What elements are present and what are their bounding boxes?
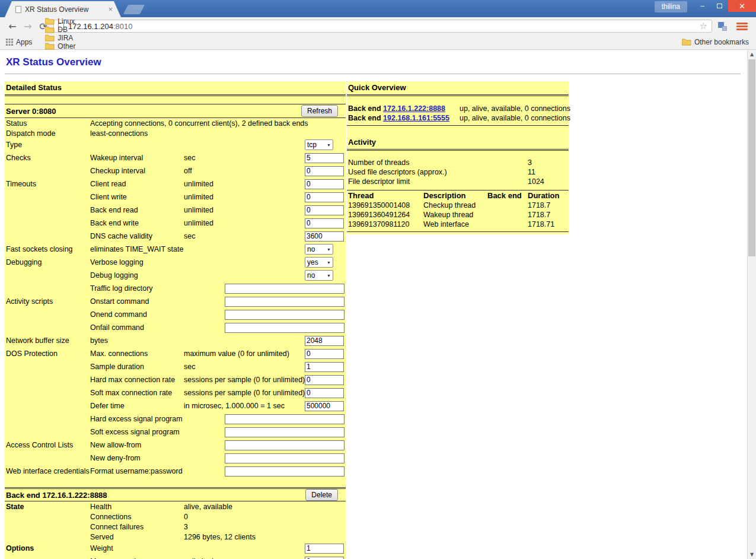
minimize-button[interactable]: – [694,0,711,12]
debug-logging-select[interactable]: no▼ [305,270,333,281]
max-connections-input[interactable] [305,349,344,359]
back-button[interactable]: ← [5,21,20,32]
table-row: Soft excess signal program [5,425,346,439]
type-select[interactable]: tcp▼ [305,139,333,150]
row-field-cell [184,453,346,463]
table-row: TimeoutsClient readunlimited [5,177,346,190]
table-row: OptionsWeight [5,542,346,555]
table-row: Traffic log directory [5,282,346,295]
new-tab-button[interactable] [123,5,145,14]
table-row: Web interface credentialsFormat username… [5,465,346,478]
eliminates-time-wait-state-select[interactable]: no▼ [305,244,333,255]
stat-label: Number of threads [348,158,528,167]
row-label: Connections [90,513,184,521]
row-field-cell [184,284,346,294]
weight-input[interactable] [305,544,344,554]
bookmark-folder-linux[interactable]: Linux [45,17,126,26]
stat-label: Used file descriptors (approx.) [348,168,528,176]
defer-time-input[interactable] [305,401,344,411]
row-field-cell [305,192,346,202]
onstart-command-input[interactable] [225,297,344,307]
row-text: least-connections [90,129,346,138]
table-row: Connections0 [5,512,346,522]
close-button[interactable]: ✕ [728,0,756,12]
new-allow-from-input[interactable] [225,440,344,450]
thread-duration: 1718.71 [528,220,569,228]
row-field-cell [184,466,346,477]
onend-command-input[interactable] [225,310,344,320]
delete-button[interactable]: Delete [305,489,338,501]
menu-icon[interactable] [736,23,748,30]
checkup-interval-input[interactable] [305,166,344,176]
bytes-input[interactable] [305,336,344,346]
row-field-cell: yes▼ [305,257,346,268]
profile-badge[interactable]: thilina [655,1,687,12]
row-category: Checks [6,154,90,162]
forward-button[interactable]: → [20,21,36,32]
scroll-up-button[interactable]: ▲ [748,50,756,59]
bookmark-star-icon[interactable]: ☆ [700,21,707,31]
row-category: Activity scripts [6,297,90,306]
extension-icon[interactable] [718,22,727,31]
new-deny-from-input[interactable] [225,453,344,463]
bookmark-folder-other[interactable]: Other [45,42,126,50]
quick-overview-rows: Back end 172.16.1.222:8888up, alive, ava… [347,104,569,123]
dns-cache-validity-input[interactable] [305,231,344,242]
page-content: XR Status Overview Detailed Status Serve… [0,50,756,559]
url-bar[interactable]: 172.16.1.204 :8010 ☆ [53,20,712,33]
row-field-cell: tcp▼ [305,139,346,150]
select-value: no [307,245,315,253]
backend-link-cell: Back end 192.168.1.161:5555 [348,114,460,122]
tab-close-icon[interactable]: × [108,5,113,13]
onfail-command-input[interactable] [225,323,344,333]
max-connections-input[interactable] [305,557,344,559]
stat-label: File descriptor limit [348,177,528,186]
verbose-logging-select[interactable]: yes▼ [305,257,333,268]
backend-link[interactable]: 172.16.1.222:8888 [383,104,445,113]
table-row: Dispatch modeleast-connections [5,128,346,138]
row-category: Debugging [6,258,90,266]
quick-overview-heading: Quick Overview [347,81,569,96]
browser-tab[interactable]: XR Status Overview × [5,1,121,17]
row-field-cell [184,310,346,320]
wakeup-interval-input[interactable] [305,153,344,163]
backend-link[interactable]: 192.168.1.161:5555 [383,114,449,122]
row-label: Debug logging [90,271,184,280]
row-field-cell [184,297,346,307]
other-bookmarks[interactable]: Other bookmarks [682,38,749,46]
backend-settings-rows: StateHealthalive, availableConnections0C… [5,501,346,559]
back-end-write-input[interactable] [305,218,344,228]
row-label: Soft max connection rate [90,389,184,397]
table-row: Checkup intervaloff [5,164,346,177]
scroll-down-button[interactable]: ▼ [748,550,756,559]
soft-max-connection-rate-input[interactable] [305,388,344,398]
row-category: Options [6,544,90,552]
scrollbar-thumb[interactable] [748,59,755,256]
table-row: Fast sockets closingeliminates TIME_WAIT… [5,243,346,256]
bookmark-folder-db[interactable]: DB [45,26,126,34]
maximize-button[interactable] [711,0,728,12]
hard-max-connection-rate-input[interactable] [305,375,344,385]
apps-shortcut[interactable]: Apps [6,38,32,46]
activity-stat-row: File descriptor limit1024 [347,177,569,186]
row-category: Access Control Lists [6,441,90,449]
row-label: Checkup interval [90,167,184,175]
backend-header-row: Back end 172.16.1.222:8888 Delete [5,487,346,501]
bookmark-folder-jira[interactable]: JIRA [45,34,126,42]
client-read-input[interactable] [305,179,344,189]
hard-excess-signal-program-input[interactable] [225,414,344,424]
refresh-button[interactable]: Refresh [301,105,338,117]
client-write-input[interactable] [305,192,344,202]
row-label: Client write [90,193,184,201]
format-username-password-input[interactable] [225,466,344,477]
row-label: Connect failures [90,523,184,531]
traffic-log-directory-input[interactable] [225,284,344,294]
soft-excess-signal-program-input[interactable] [225,427,344,437]
sample-duration-input[interactable] [305,362,344,372]
table-row: DOS ProtectionMax. connectionsmaximum va… [5,347,346,360]
back-end-read-input[interactable] [305,205,344,215]
table-row: New deny-from [5,452,346,465]
page-title: XR Status Overview [6,56,741,68]
window-controls: – ✕ [694,0,756,12]
browser-window: XR Status Overview × thilina – ✕ ← → ⟳ 1… [0,0,756,559]
